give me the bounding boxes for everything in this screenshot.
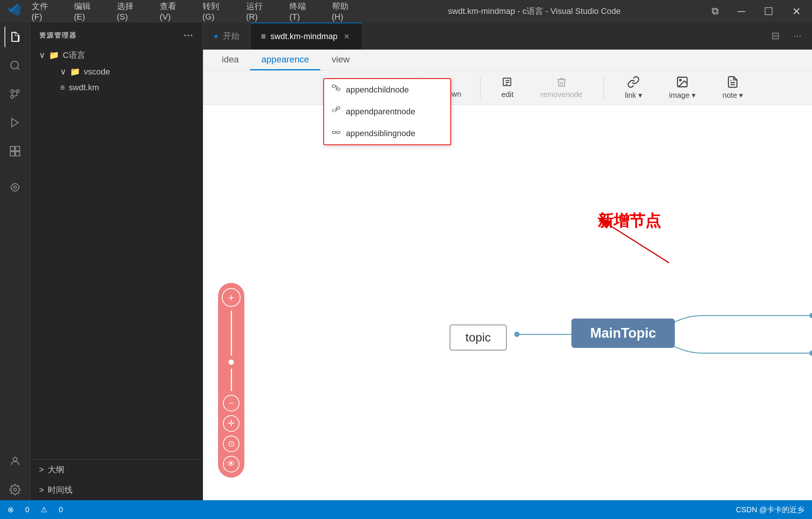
node-topic-left[interactable]: topic [450, 325, 507, 351]
menu-goto[interactable]: 转到(G) [200, 0, 232, 23]
tab-mindmap[interactable]: ≡ swdt.km-mindmap ✕ [250, 23, 362, 49]
tab-start-label: 开始 [223, 30, 239, 42]
vscode-logo-icon [8, 3, 21, 20]
removenode-label: removenode [541, 90, 582, 99]
status-warning-icon: ⚠ [41, 505, 47, 514]
editor-area: ● 开始 ≡ swdt.km-mindmap ✕ ⊟ ··· idea appe… [203, 23, 812, 500]
svg-point-26 [809, 313, 812, 318]
main-layout: 资源管理器 ··· ∨ 📁 C语言 ∨ 📁 vscode ≡ swdt.km >… [0, 23, 812, 500]
tab-more-icon[interactable]: ··· [790, 29, 804, 43]
extensions-icon[interactable] [5, 141, 26, 162]
reset-view-button[interactable]: ⊙ [223, 436, 239, 452]
minimize-button[interactable]: ─ [734, 4, 749, 19]
appendparentnode-label: appendparentnode [346, 107, 415, 117]
sidebar-outline[interactable]: > 大纲 [30, 460, 203, 480]
svg-marker-5 [12, 118, 18, 127]
appendchildnode-item[interactable]: appendchildnode [324, 79, 450, 101]
svg-point-0 [11, 61, 18, 69]
pan-button[interactable]: ✛ [223, 415, 239, 432]
image-icon [676, 76, 689, 88]
sidebar-file-vscode-label: vscode [84, 67, 110, 77]
status-errors[interactable]: 0 [25, 505, 29, 514]
settings-icon[interactable] [5, 479, 26, 500]
sidebar-item-vscode[interactable]: ∨ 📁 vscode [30, 64, 203, 80]
menu-edit[interactable]: 编辑(E) [71, 0, 103, 23]
zoom-track [231, 311, 232, 356]
note-label: note ▾ [723, 91, 743, 100]
tab-view[interactable]: view [320, 50, 361, 70]
search-icon[interactable] [5, 55, 26, 76]
topic-left-label: topic [465, 331, 491, 344]
svg-point-3 [11, 96, 14, 99]
svg-point-11 [13, 457, 17, 461]
layout-icon[interactable]: ⧉ [708, 4, 723, 19]
svg-rect-7 [15, 147, 20, 151]
sidebar-folder-clang[interactable]: ∨ 📁 C语言 [30, 47, 203, 64]
menu-help[interactable]: 帮助(H) [329, 0, 361, 23]
toolbar-buttons: appendchildnode appendparentnode appends… [203, 71, 812, 105]
close-button[interactable]: ✕ [788, 4, 804, 19]
edit-label: edit [501, 90, 514, 99]
link-button[interactable]: link ▾ [619, 74, 648, 101]
separator-3 [603, 76, 604, 99]
append-dropdown: appendchildnode appendparentnode appends… [323, 78, 451, 145]
appendsiblingnode-item[interactable]: appendsiblingnode [324, 123, 450, 144]
toggle-visibility-button[interactable]: 👁 [223, 456, 239, 472]
svg-rect-9 [15, 152, 20, 156]
edit-icon [502, 77, 513, 88]
sidebar-outline-label: 大纲 [48, 464, 64, 475]
source-control-icon[interactable] [5, 83, 26, 105]
link-icon [627, 76, 640, 88]
removenode-button[interactable]: removenode [535, 75, 588, 100]
note-button[interactable]: note ▾ [717, 74, 749, 101]
menu-run[interactable]: 运行(R) [243, 0, 275, 23]
node-main-topic[interactable]: MainTopic [571, 319, 675, 348]
sidebar-title: 资源管理器 [39, 31, 77, 40]
sidebar-timeline-label: 时间线 [48, 484, 73, 496]
zoom-out-button[interactable]: − [223, 395, 239, 411]
tab-bar: ● 开始 ≡ swdt.km-mindmap ✕ ⊟ ··· [203, 23, 812, 50]
image-button[interactable]: image ▾ [663, 74, 701, 101]
svg-rect-15 [332, 109, 335, 112]
files-icon[interactable] [5, 26, 26, 47]
appendparentnode-icon [332, 106, 341, 117]
svg-rect-6 [10, 147, 14, 151]
appendchildnode-label: appendchildnode [346, 85, 409, 95]
svg-point-25 [514, 332, 520, 337]
link-label: link ▾ [625, 91, 642, 100]
toolbar: idea appearence view appendchildnode [203, 50, 812, 105]
menu-view[interactable]: 查看(V) [157, 0, 188, 23]
menu-bar: 文件(F) 编辑(E) 选择(S) 查看(V) 转到(G) 运行(R) 终端(T… [29, 0, 361, 23]
move-icon: ✛ [228, 419, 235, 428]
svg-rect-14 [337, 88, 340, 90]
run-debug-icon[interactable] [5, 112, 26, 133]
activity-bar [0, 23, 30, 500]
menu-terminal[interactable]: 终端(T) [286, 0, 318, 23]
tab-idea[interactable]: idea [211, 50, 250, 70]
status-bar: ⊗ 0 ⚠ 0 CSDN @卡卡的近乡 [0, 500, 812, 519]
tab-start[interactable]: ● 开始 [203, 23, 250, 49]
zoom-handle[interactable] [229, 360, 234, 365]
zoom-in-button[interactable]: + [222, 288, 241, 307]
maximize-button[interactable]: ☐ [760, 4, 777, 19]
sidebar-folder-label: C语言 [63, 50, 85, 61]
sidebar-more-icon[interactable]: ··· [184, 30, 194, 41]
tab-close-icon[interactable]: ✕ [342, 31, 351, 42]
split-editor-icon[interactable]: ⊟ [768, 29, 783, 43]
status-bar-right: CSDN @卡卡的近乡 [736, 505, 804, 515]
menu-file[interactable]: 文件(F) [29, 0, 60, 23]
sidebar-item-swdtkm[interactable]: ≡ swdt.km [30, 80, 203, 96]
sidebar-timeline[interactable]: > 时间线 [30, 480, 203, 500]
appendparentnode-item[interactable]: appendparentnode [324, 101, 450, 123]
account-icon[interactable] [5, 451, 26, 472]
sidebar: 资源管理器 ··· ∨ 📁 C语言 ∨ 📁 vscode ≡ swdt.km >… [30, 23, 203, 500]
connector-svg [203, 105, 812, 500]
svg-point-2 [11, 90, 14, 93]
edit-button[interactable]: edit [495, 75, 520, 100]
tab-appearence[interactable]: appearence [250, 50, 320, 70]
status-warnings[interactable]: 0 [59, 505, 63, 514]
remote-icon[interactable] [5, 177, 26, 198]
appendsiblingnode-icon [332, 128, 341, 139]
menu-select[interactable]: 选择(S) [114, 0, 145, 23]
window-title: swdt.km-mindmap - c语言 - Visual Studio Co… [368, 6, 701, 17]
